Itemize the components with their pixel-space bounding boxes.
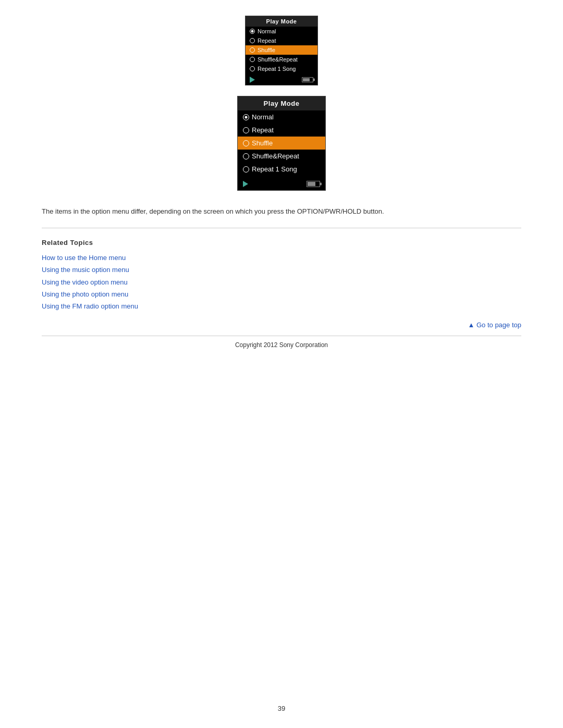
screen2-title: Play Mode — [238, 96, 325, 110]
play-icon-2 — [243, 181, 248, 187]
device-screen-1: Play Mode Normal Repeat Shuffle Shuffle&… — [245, 16, 318, 85]
link-video-option[interactable]: Using the video option menu — [42, 276, 521, 288]
screen2-item-2: Shuffle — [238, 137, 325, 150]
radio-shufflerepeat-2 — [243, 153, 249, 159]
go-to-top-link[interactable]: Go to page top — [468, 321, 522, 329]
link-music-option[interactable]: Using the music option menu — [42, 264, 521, 276]
screen1-item-1: Repeat — [246, 36, 317, 45]
related-topics-label: Related Topics — [42, 239, 521, 246]
radio-repeat1song-2 — [243, 166, 249, 172]
radio-normal-1 — [250, 29, 255, 34]
radio-repeat-1 — [250, 38, 255, 43]
radio-shuffle-2 — [243, 140, 249, 146]
description-text: The items in the option menu differ, dep… — [42, 206, 521, 217]
screen2-item-3: Shuffle&Repeat — [238, 150, 325, 163]
battery-icon-1 — [302, 77, 313, 82]
device-screen-2: Play Mode Normal Repeat Shuffle Shuffle&… — [237, 96, 326, 191]
go-to-top-container: Go to page top — [42, 320, 521, 333]
screen2-footer — [238, 178, 325, 190]
screen1-item-3: Shuffle&Repeat — [246, 55, 317, 64]
radio-shufflerepeat-1 — [250, 57, 255, 62]
battery-fill-1 — [303, 78, 310, 81]
copyright-text: Copyright 2012 Sony Corporation — [42, 341, 521, 349]
divider-1 — [42, 228, 521, 228]
screenshots-container: Play Mode Normal Repeat Shuffle Shuffle&… — [42, 16, 521, 191]
screen2-item-0: Normal — [238, 110, 325, 124]
radio-repeat-2 — [243, 127, 249, 133]
screen1-footer — [246, 75, 317, 85]
link-fm-radio-option[interactable]: Using the FM radio option menu — [42, 300, 521, 312]
radio-repeat1song-1 — [250, 66, 255, 71]
bottom-divider — [42, 336, 521, 336]
screen1-item-2: Shuffle — [246, 45, 317, 55]
page-number: 39 — [278, 705, 285, 712]
link-photo-option[interactable]: Using the photo option menu — [42, 288, 521, 300]
battery-fill-2 — [308, 182, 315, 186]
battery-icon-2 — [307, 181, 320, 187]
screen1-title: Play Mode — [246, 16, 317, 27]
screen2-item-4: Repeat 1 Song — [238, 163, 325, 176]
screen2-item-1: Repeat — [238, 124, 325, 137]
play-icon-1 — [250, 77, 255, 83]
screen1-item-4: Repeat 1 Song — [246, 64, 317, 73]
link-home-menu[interactable]: How to use the Home menu — [42, 252, 521, 264]
radio-shuffle-1 — [250, 47, 255, 53]
related-topics-section: Related Topics How to use the Home menu … — [42, 239, 521, 313]
radio-normal-2 — [243, 114, 249, 120]
screen1-item-0: Normal — [246, 27, 317, 36]
